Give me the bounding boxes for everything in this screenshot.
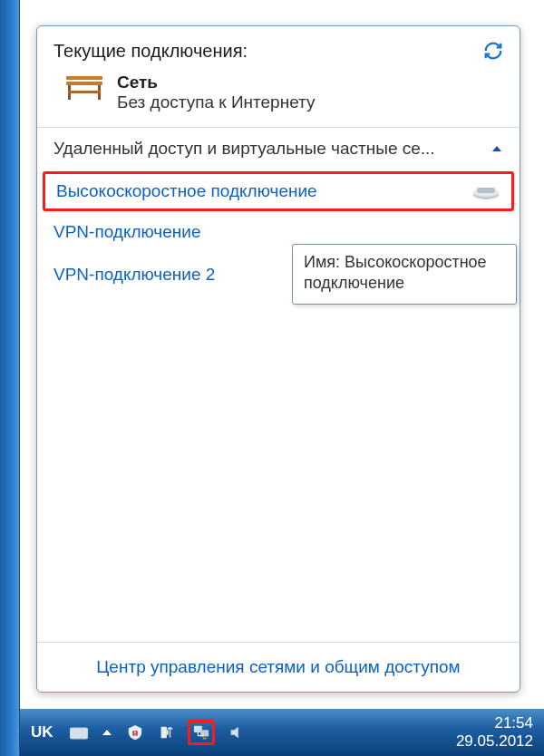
volume-icon[interactable] <box>228 724 246 741</box>
popup-header: Текущие подключения: <box>37 26 520 69</box>
current-network-row: Сеть Без доступа к Интернету <box>37 69 520 127</box>
svg-rect-15 <box>73 731 74 732</box>
svg-rect-23 <box>160 727 166 739</box>
connection-highspeed[interactable]: Высокоскоростное подключение <box>43 171 514 211</box>
tooltip-text: Имя: Высокоскоростное подключение <box>304 253 487 292</box>
language-indicator[interactable]: UK <box>27 722 57 743</box>
svg-rect-7 <box>477 188 495 193</box>
taskbar-tray: UK <box>27 720 456 745</box>
keyboard-icon[interactable] <box>70 724 88 741</box>
popup-body: Удаленный доступ и виртуальные частные с… <box>37 128 520 642</box>
modem-icon <box>471 182 500 200</box>
network-name: Сеть <box>117 73 316 92</box>
desktop-background-strip <box>0 0 20 756</box>
network-info: Сеть Без доступа к Интернету <box>117 73 316 112</box>
svg-rect-22 <box>134 734 136 735</box>
bench-icon <box>64 73 104 103</box>
network-status: Без доступа к Интернету <box>117 92 316 112</box>
svg-rect-17 <box>80 731 82 732</box>
svg-rect-0 <box>66 76 102 80</box>
modem-icon-partial <box>474 230 503 234</box>
action-center-icon[interactable] <box>126 724 144 741</box>
connection-label: VPN-подключение <box>53 222 201 242</box>
network-center-link[interactable]: Центр управления сетями и общим доступом <box>96 657 460 676</box>
tray-overflow-icon[interactable] <box>101 726 113 739</box>
network-tray-icon[interactable] <box>192 724 210 741</box>
svg-rect-19 <box>74 734 83 736</box>
chevron-up-icon <box>491 142 503 155</box>
section-header-label: Удаленный доступ и виртуальные частные с… <box>53 139 435 159</box>
clock-date: 29.05.2012 <box>456 732 533 751</box>
connection-label: Высокоскоростное подключение <box>56 181 317 201</box>
svg-rect-27 <box>204 737 205 738</box>
svg-rect-24 <box>166 730 168 734</box>
svg-rect-18 <box>83 731 85 732</box>
connection-label: VPN-подключение 2 <box>53 265 215 285</box>
svg-rect-16 <box>76 731 78 732</box>
svg-rect-20 <box>132 731 137 735</box>
popup-title: Текущие подключения: <box>53 41 248 62</box>
svg-rect-14 <box>70 728 88 739</box>
svg-rect-1 <box>66 82 102 85</box>
section-header-dialup-vpn[interactable]: Удаленный доступ и виртуальные частные с… <box>37 128 520 170</box>
power-icon[interactable] <box>157 724 175 741</box>
taskbar-clock[interactable]: 21:54 29.05.2012 <box>456 714 537 751</box>
connection-tooltip: Имя: Высокоскоростное подключение <box>292 244 517 305</box>
network-tray-highlight <box>188 720 215 745</box>
refresh-icon[interactable] <box>483 41 503 61</box>
network-connections-popup: Текущие подключения: Сеть Без доступа к … <box>36 25 520 693</box>
svg-rect-21 <box>134 732 136 733</box>
popup-footer: Центр управления сетями и общим доступом <box>37 642 520 692</box>
svg-rect-4 <box>68 91 101 93</box>
clock-time: 21:54 <box>456 714 533 732</box>
taskbar: UK <box>20 709 544 756</box>
